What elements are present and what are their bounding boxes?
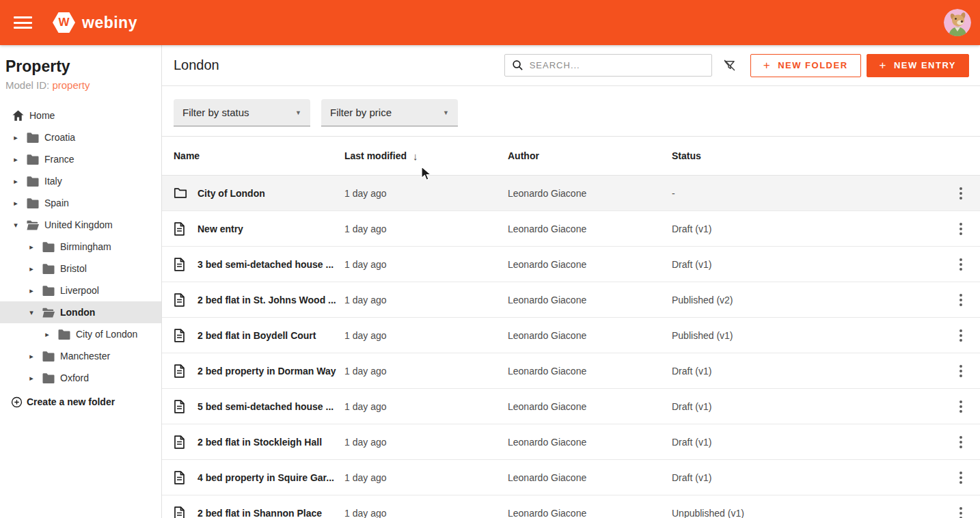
sidebar: Property Model ID: property Home ▸ Croat…: [0, 45, 162, 518]
search-box: [504, 54, 712, 77]
document-icon: [174, 258, 187, 271]
row-options-kebab-icon[interactable]: [953, 221, 969, 237]
table-row-5-bed-semi-detached-house[interactable]: 5 bed semi-detached house ... 1 day ago …: [162, 389, 980, 424]
sidebar-item-label: Oxford: [60, 372, 89, 383]
table-row-2-bed-flat-in-stockleigh-hall[interactable]: 2 bed flat in Stockleigh Hall 1 day ago …: [162, 424, 980, 460]
row-options-kebab-icon[interactable]: [953, 398, 969, 415]
chevron-right-icon[interactable]: ▸: [27, 243, 36, 251]
name-cell: 4 bed property in Squire Gar...: [174, 471, 344, 485]
sidebar-item-spain[interactable]: ▸ Spain: [0, 192, 161, 214]
author-cell: Leonardo Giacone: [508, 223, 672, 234]
plus-icon: +: [880, 59, 887, 72]
sort-desc-icon: ↓: [413, 150, 418, 162]
entry-name: 2 bed flat in St. Johns Wood ...: [198, 295, 336, 305]
sidebar-item-croatia[interactable]: ▸ Croatia: [0, 126, 161, 148]
chevron-right-icon[interactable]: ▸: [42, 330, 52, 339]
column-header-label: Author: [508, 150, 539, 161]
sidebar-item-manchester[interactable]: ▸ Manchester: [0, 345, 161, 367]
table-row-2-bed-flat-in-shannon-place[interactable]: 2 bed flat in Shannon Place 1 day ago Le…: [162, 495, 980, 518]
entry-name: 2 bed flat in Stockleigh Hall: [198, 437, 322, 448]
filter-select-filter-by-price[interactable]: Filter by price ▼: [321, 99, 458, 126]
chevron-right-icon[interactable]: ▸: [11, 199, 21, 208]
webiny-hexagon-icon: W: [53, 12, 75, 33]
column-header-author[interactable]: Author: [508, 150, 672, 161]
filter-off-icon[interactable]: [722, 57, 738, 74]
toolbar: + NEW FOLDER + NEW ENTRY: [504, 54, 969, 77]
row-options-kebab-icon[interactable]: [953, 292, 969, 308]
chevron-down-icon: ▼: [443, 109, 449, 116]
folder-closed-icon: [26, 174, 40, 188]
folder-open-icon: [26, 218, 40, 232]
menu-icon[interactable]: [14, 16, 32, 29]
table-row-3-bed-semi-detached-house[interactable]: 3 bed semi-detached house ... 1 day ago …: [162, 247, 980, 282]
sidebar-item-label: Croatia: [44, 132, 75, 143]
name-cell: 3 bed semi-detached house ...: [174, 258, 344, 271]
content-header: London + NEW FOLDER: [162, 45, 980, 86]
author-cell: Leonardo Giacone: [508, 188, 672, 199]
row-options-kebab-icon[interactable]: [953, 185, 969, 202]
chevron-right-icon[interactable]: ▸: [27, 264, 36, 273]
chevron-down-icon[interactable]: ▾: [27, 308, 36, 317]
filters-bar: Filter by status ▼ Filter by price ▼: [162, 86, 980, 137]
row-options-kebab-icon[interactable]: [953, 469, 969, 486]
row-options-kebab-icon[interactable]: [953, 256, 969, 273]
chevron-right-icon[interactable]: ▸: [11, 155, 21, 164]
chevron-right-icon[interactable]: ▸: [11, 177, 21, 186]
sidebar-item-united-kingdom[interactable]: ▾ United Kingdom: [0, 214, 161, 236]
sidebar-item-label: Italy: [44, 176, 62, 187]
column-header-last-modified[interactable]: Last modified ↓: [344, 150, 508, 162]
webiny-logo: W webiny: [53, 12, 137, 33]
status-cell: Published (v2): [672, 295, 944, 305]
last-modified-cell: 1 day ago: [344, 330, 508, 341]
user-avatar[interactable]: [944, 9, 971, 36]
column-header-label: Last modified: [344, 150, 407, 161]
chevron-down-icon[interactable]: ▾: [11, 221, 21, 230]
name-cell: 5 bed semi-detached house ...: [174, 400, 344, 413]
table-row-2-bed-property-in-dorman-way[interactable]: 2 bed property in Dorman Way 1 day ago L…: [162, 353, 980, 389]
sidebar-item-liverpool[interactable]: ▸ Liverpool: [0, 280, 161, 301]
table-row-4-bed-property-in-squire-gar[interactable]: 4 bed property in Squire Gar... 1 day ag…: [162, 460, 980, 495]
filter-select-label: Filter by price: [330, 107, 392, 118]
folder-closed-icon: [42, 262, 55, 275]
row-options-kebab-icon[interactable]: [953, 363, 969, 379]
row-options-kebab-icon[interactable]: [953, 505, 969, 518]
sidebar-item-city-of-london[interactable]: ▸ City of London: [0, 323, 161, 345]
filter-select-label: Filter by status: [182, 107, 249, 118]
table-row-2-bed-flat-in-boydell-court[interactable]: 2 bed flat in Boydell Court 1 day ago Le…: [162, 318, 980, 353]
row-options-kebab-icon[interactable]: [953, 434, 969, 450]
new-folder-label: NEW FOLDER: [778, 60, 847, 70]
chevron-right-icon[interactable]: ▸: [11, 133, 21, 142]
folder-closed-icon: [42, 371, 55, 385]
author-cell: Leonardo Giacone: [508, 401, 672, 412]
model-id: Model ID: property: [0, 79, 161, 91]
sidebar-item-italy[interactable]: ▸ Italy: [0, 170, 161, 192]
sidebar-item-bristol[interactable]: ▸ Bristol: [0, 258, 161, 280]
sidebar-item-home[interactable]: Home: [0, 105, 161, 126]
create-new-folder-button[interactable]: Create a new folder: [0, 391, 161, 413]
chevron-right-icon[interactable]: ▸: [27, 286, 36, 295]
search-input[interactable]: [530, 60, 705, 70]
column-header-status[interactable]: Status: [672, 150, 944, 161]
row-options-kebab-icon[interactable]: [953, 327, 969, 344]
folder-closed-icon: [42, 284, 55, 297]
last-modified-cell: 1 day ago: [344, 223, 508, 234]
last-modified-cell: 1 day ago: [344, 401, 508, 412]
folder-tree: Home ▸ Croatia ▸ France ▸ Italy ▸ Spain …: [0, 105, 161, 389]
folder-closed-icon: [26, 131, 40, 144]
table-row-new-entry[interactable]: New entry 1 day ago Leonardo Giacone Dra…: [162, 211, 980, 247]
new-entry-button[interactable]: + NEW ENTRY: [867, 54, 969, 77]
name-cell: 2 bed flat in Shannon Place: [174, 506, 344, 518]
table-row-2-bed-flat-in-st-johns-wood[interactable]: 2 bed flat in St. Johns Wood ... 1 day a…: [162, 282, 980, 318]
column-header-name[interactable]: Name: [174, 150, 344, 161]
folder-closed-icon: [42, 349, 55, 363]
chevron-right-icon[interactable]: ▸: [27, 352, 36, 361]
document-icon: [174, 222, 187, 236]
filter-select-filter-by-status[interactable]: Filter by status ▼: [174, 99, 310, 126]
sidebar-item-oxford[interactable]: ▸ Oxford: [0, 367, 161, 389]
chevron-right-icon[interactable]: ▸: [27, 374, 36, 383]
table-row-city-of-london[interactable]: City of London 1 day ago Leonardo Giacon…: [162, 176, 980, 211]
sidebar-item-france[interactable]: ▸ France: [0, 148, 161, 170]
sidebar-item-birmingham[interactable]: ▸ Birmingham: [0, 236, 161, 258]
sidebar-item-london[interactable]: ▾ London: [0, 301, 161, 323]
new-folder-button[interactable]: + NEW FOLDER: [750, 54, 861, 77]
